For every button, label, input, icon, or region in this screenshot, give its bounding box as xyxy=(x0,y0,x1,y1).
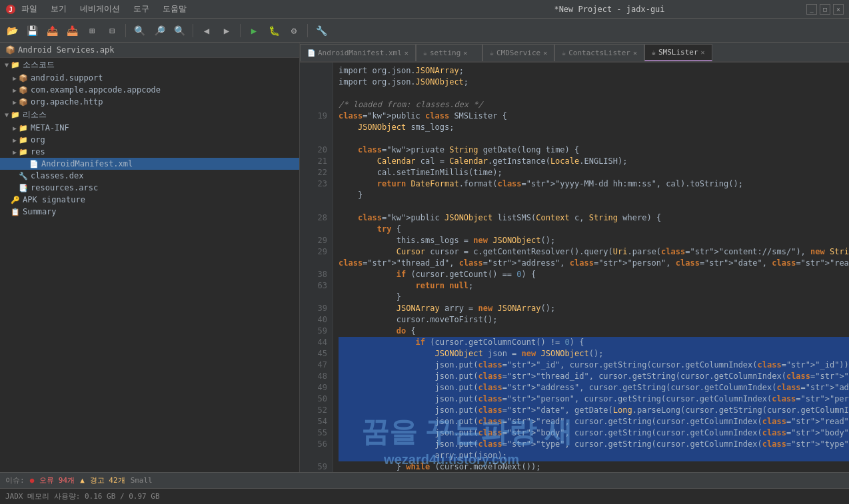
code-line: try { xyxy=(339,224,849,235)
code-line: class="str">"thread_id", class="str">"ad… xyxy=(339,258,849,269)
toolbar-zoom-in[interactable]: 🔎 xyxy=(150,21,169,40)
tree-arrow-icon: ▶ xyxy=(11,98,19,106)
code-line: json.put(class="str">"person", cursor.ge… xyxy=(339,393,849,405)
menu-tools[interactable]: 도구 xyxy=(131,2,152,16)
tab-close-androidmanifest-tab[interactable]: ✕ xyxy=(405,49,409,57)
tab-close-cmdservice-tab[interactable]: ✕ xyxy=(543,49,547,57)
tree-arrow-icon xyxy=(3,196,11,204)
sidebar-item-android-support[interactable]: ▶📦android.support xyxy=(0,72,299,84)
warn-count: 경고 42개 xyxy=(90,475,125,485)
sidebar-item-res-root[interactable]: ▼📁리소스 xyxy=(0,108,299,122)
toolbar-forward[interactable]: ▶ xyxy=(217,21,236,40)
tab-icon-contactslister-tab: ☕ xyxy=(562,49,566,57)
sidebar-item-label: 소스코드 xyxy=(23,59,55,71)
sidebar-item-label: APK signature xyxy=(23,195,85,204)
code-line: class="kw">public JSONObject listSMS(Con… xyxy=(339,212,849,224)
sidebar-item-org-apache[interactable]: ▶📦org.apache.http xyxy=(0,96,299,108)
toolbar-back[interactable]: ◀ xyxy=(197,21,216,40)
sidebar-item-label: org xyxy=(31,135,45,144)
tab-close-contactslister-tab[interactable]: ✕ xyxy=(633,49,637,57)
sidebar-item-com-example[interactable]: ▶📦com.example.appcode.appcode xyxy=(0,84,299,96)
line-number xyxy=(300,133,327,144)
close-button[interactable]: ✕ xyxy=(833,4,844,15)
code-line: } xyxy=(339,190,849,201)
toolbar-layout[interactable]: ⊞ xyxy=(83,21,101,40)
toolbar-settings[interactable]: ⚙ xyxy=(285,21,303,40)
sidebar-item-org[interactable]: ▶📁org xyxy=(0,134,299,146)
sidebar-item-source-root[interactable]: ▼📁소스코드 xyxy=(0,58,299,72)
toolbar-open[interactable]: 📂 xyxy=(3,21,21,40)
sidebar-item-apk-signature[interactable]: 🔑APK signature xyxy=(0,194,299,206)
line-number: 28 xyxy=(300,212,327,224)
tab-label-cmdservice-tab: CMDService xyxy=(496,49,540,57)
toolbar-zoom-out[interactable]: 🔍 xyxy=(170,21,189,40)
toolbar-save[interactable]: 💾 xyxy=(23,21,41,40)
menu-help[interactable]: 도움말 xyxy=(160,2,189,16)
line-number xyxy=(300,258,327,269)
menu-navigate[interactable]: 네비게이션 xyxy=(77,2,123,16)
code-line: class="kw">public class SMSLister { xyxy=(339,111,849,122)
line-number: 40 xyxy=(300,314,327,326)
tab-setting-tab[interactable]: ☕setting✕ xyxy=(416,44,482,61)
sidebar-item-label: Summary xyxy=(23,207,57,216)
code-line: return null; xyxy=(339,280,849,292)
toolbar-separator-1 xyxy=(125,24,126,37)
code-line: Calendar cal = Calendar.getInstance(Loca… xyxy=(339,156,849,167)
code-line: do { xyxy=(339,326,849,337)
tab-androidmanifest-tab[interactable]: 📄AndroidManifest.xml✕ xyxy=(300,44,416,61)
code-line: cal.setTimeInMillis(time); xyxy=(339,167,849,178)
arsc-icon: 📑 xyxy=(19,183,28,192)
toolbar-wrench[interactable]: 🔧 xyxy=(312,21,331,40)
code-line: } xyxy=(339,292,849,303)
tab-close-setting-tab[interactable]: ✕ xyxy=(463,49,467,57)
line-number: 20 xyxy=(300,144,327,156)
tab-close-smslister-tab[interactable]: ✕ xyxy=(701,49,705,56)
line-number: 48 xyxy=(300,371,327,382)
code-line: arry.put(json); xyxy=(339,450,849,461)
code-line: import org.json.JSONArray; xyxy=(339,65,849,77)
toolbar-export[interactable]: 📤 xyxy=(43,21,61,40)
window-title: *New Project - jadx-gui xyxy=(413,5,806,14)
sidebar-item-label: META-INF xyxy=(31,123,69,132)
sidebar-item-label: AndroidManifest.xml xyxy=(41,159,133,168)
tree-arrow-icon: ▼ xyxy=(3,61,11,69)
minimize-button[interactable]: _ xyxy=(806,4,817,15)
line-number: 49 xyxy=(300,382,327,393)
line-number xyxy=(300,65,327,77)
tab-label-androidmanifest-tab: AndroidManifest.xml xyxy=(318,49,402,57)
sidebar-item-resources-arsc[interactable]: 📑resources.arsc xyxy=(0,182,299,194)
menu-view[interactable]: 보기 xyxy=(48,2,69,16)
sidebar-item-androidmanifest[interactable]: 📄AndroidManifest.xml xyxy=(0,158,299,170)
sidebar-item-res[interactable]: ▶📁res xyxy=(0,146,299,158)
line-number: 29 xyxy=(300,235,327,246)
code-line xyxy=(339,88,849,99)
line-number xyxy=(300,99,327,111)
tree-arrow-icon: ▶ xyxy=(11,86,19,94)
tab-smslister-tab[interactable]: ☕SMSLister✕ xyxy=(644,44,712,61)
sidebar-item-meta-inf[interactable]: ▶📁META-INF xyxy=(0,122,299,134)
menu-bar[interactable]: 파일 보기 네비게이션 도구 도움말 xyxy=(19,2,413,16)
tab-label-smslister-tab: SMSLister xyxy=(658,48,698,57)
info-level: Small xyxy=(131,476,153,485)
code-line: return DateFormat.format(class="str">"yy… xyxy=(339,178,849,190)
toolbar-layout2[interactable]: ⊟ xyxy=(103,21,121,40)
tree-arrow-icon xyxy=(11,184,19,192)
folder-icon: 📁 xyxy=(19,123,28,132)
tab-label-contactslister-tab: ContactsLister xyxy=(568,49,630,57)
toolbar-debug[interactable]: 🐛 xyxy=(265,21,283,40)
line-number xyxy=(300,122,327,133)
sidebar-item-summary[interactable]: 📋Summary xyxy=(0,206,299,218)
tab-cmdservice-tab[interactable]: ☕CMDService✕ xyxy=(482,44,554,61)
toolbar-export2[interactable]: 📥 xyxy=(63,21,81,40)
toolbar-run[interactable]: ▶ xyxy=(245,21,263,40)
toolbar-search[interactable]: 🔍 xyxy=(130,21,149,40)
menu-file[interactable]: 파일 xyxy=(19,2,40,16)
line-number xyxy=(300,88,327,99)
line-number xyxy=(300,77,327,88)
tab-label-setting-tab: setting xyxy=(430,49,460,57)
tab-contactslister-tab[interactable]: ☕ContactsLister✕ xyxy=(554,44,644,61)
line-number: 56 xyxy=(300,439,327,450)
sidebar-item-classes-dex[interactable]: 🔧classes.dex xyxy=(0,170,299,182)
code-editor[interactable]: 1920212223282929386339405944454748495052… xyxy=(300,63,849,472)
maximize-button[interactable]: □ xyxy=(820,4,830,15)
